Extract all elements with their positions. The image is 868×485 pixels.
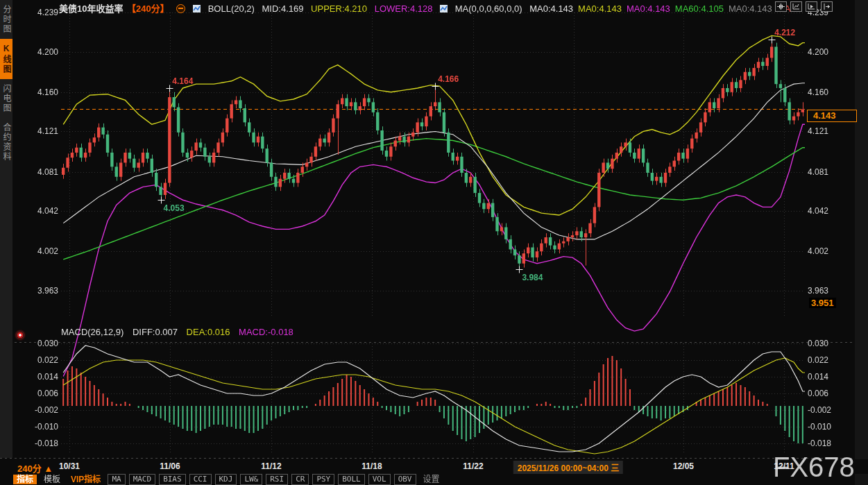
indicator-tab-OBV[interactable]: OBV <box>394 474 416 485</box>
main-y-label: 4.042 <box>808 206 828 216</box>
x-axis-label: 10/31 <box>59 461 80 471</box>
indicator-tab-RSI[interactable]: RSI <box>266 474 288 485</box>
indicator-tab-PSY[interactable]: PSY <box>312 474 334 485</box>
main-y-label: 4.081 <box>28 167 58 177</box>
sidebar: 分时图K线图闪电图合约资料 <box>0 0 12 458</box>
ma-group-label: MA(0,0,0,60,0,0) <box>455 3 522 14</box>
xaxis-row: 240分 ▲ 2025/11/26 00:00~04:00 三 10/3111/… <box>0 459 868 474</box>
main-y-label: 3.963 <box>808 286 828 296</box>
indicator-toolbar: 指标模板VIP指标MAMACDBIASCCIKDJLW&RSICRPSYBOLL… <box>13 474 443 485</box>
watermark: FX678 <box>773 452 855 483</box>
boll-label: BOLL(20,2) <box>208 3 255 14</box>
sidebar-item-K线图[interactable]: K线图 <box>0 39 12 79</box>
low-price-tag: 3.951 <box>809 298 836 308</box>
ma-settings-icon[interactable] <box>440 4 448 15</box>
macd-y-label: -0.002 <box>808 405 831 415</box>
macd-y-label: 0.030 <box>808 339 828 348</box>
x-axis-label: 11/06 <box>160 461 180 471</box>
macd-diff-value: DIFF:0.007 <box>133 327 178 337</box>
macd-y-label: -0.010 <box>28 422 58 432</box>
right-scale-icon[interactable] <box>806 1 817 12</box>
crosshair-icon[interactable] <box>775 1 787 12</box>
main-y-label: 4.121 <box>28 126 58 136</box>
left-scale-icon[interactable] <box>790 1 802 12</box>
main-y-label: 4.081 <box>808 167 828 177</box>
macd-y-label: -0.010 <box>808 422 831 432</box>
macd-y-label: 0.006 <box>28 389 58 398</box>
boll-upper-value: UPPER:4.210 <box>311 3 367 14</box>
main-y-label: 4.200 <box>808 47 828 57</box>
macd-y-label: 0.030 <box>28 339 58 348</box>
pane-arrow-icon[interactable] <box>821 1 833 12</box>
indicator-tab-设置[interactable]: 设置 <box>420 475 443 484</box>
indicator-tab-CCI[interactable]: CCI <box>189 474 212 485</box>
sidebar-item-分时图[interactable]: 分时图 <box>0 0 12 39</box>
main-y-label: 4.160 <box>808 87 828 97</box>
macd-macd-value: MACD:-0.018 <box>239 327 293 337</box>
macd-y-label: -0.018 <box>28 439 58 448</box>
price-annotation: 4.164 <box>172 76 193 86</box>
boll-mid-value: MID:4.169 <box>262 3 304 14</box>
main-y-label: 4.239 <box>28 8 58 17</box>
last-price-tag: 4.143 <box>807 110 857 122</box>
price-annotation: 4.212 <box>774 28 795 37</box>
macd-y-label: 0.014 <box>808 372 828 382</box>
price-annotation: 3.984 <box>522 273 543 282</box>
x-axis-label: 12/05 <box>673 461 694 471</box>
indicator-tab-BOLL[interactable]: BOLL <box>338 474 365 485</box>
indicator-tab-LW&[interactable]: LW& <box>240 474 262 485</box>
sidebar-item-合约资料[interactable]: 合约资料 <box>0 118 12 167</box>
chart-tool-icons <box>775 1 833 12</box>
x-axis-label: 11/22 <box>463 461 483 471</box>
indicator-tab-VOL[interactable]: VOL <box>368 474 391 485</box>
main-y-label: 4.160 <box>28 87 58 97</box>
macd-header: MACD(26,12,9) DIFF:0.007 DEA:0.016 MACD:… <box>61 327 300 337</box>
ma-values: MA0:4.143MA0:4.143MA0:4.143MA60:4.105MA0… <box>529 3 795 14</box>
period-label: 【240分】 <box>127 3 169 14</box>
x-axis-label: 11/18 <box>361 461 382 471</box>
macd-y-label: 0.014 <box>28 372 58 382</box>
ma-value: MA60:4.105 <box>675 3 724 14</box>
period-selector[interactable]: 240分 ▲ <box>17 461 53 475</box>
main-y-label: 4.002 <box>808 246 828 256</box>
indicator-tab-KDJ[interactable]: KDJ <box>215 474 237 485</box>
selected-bar-time-label: 2025/11/26 00:00~04:00 三 <box>513 461 623 474</box>
indicator-tab-模板[interactable]: 模板 <box>40 475 64 484</box>
boll-lower-value: LOWER:4.128 <box>375 3 433 14</box>
price-annotation: 4.053 <box>164 203 185 213</box>
ma-value: MA0:4.143 <box>578 3 622 14</box>
main-y-label: 4.042 <box>28 206 58 216</box>
main-y-label: 4.002 <box>28 246 58 256</box>
macd-y-label: 0.006 <box>808 389 828 398</box>
boll-settings-icon[interactable] <box>193 4 201 15</box>
alert-ray-icon <box>17 332 24 339</box>
macd-y-label: -0.002 <box>28 405 58 415</box>
macd-title: MACD(26,12,9) <box>61 327 124 337</box>
right-edge-strip <box>855 0 868 485</box>
price-chart-canvas[interactable] <box>0 0 868 485</box>
ma-value: MA0:4.143 <box>627 3 670 14</box>
macd-y-label: 0.022 <box>28 355 58 365</box>
main-y-label: 4.121 <box>808 126 828 136</box>
main-y-label: 4.200 <box>28 47 58 57</box>
price-annotation: 4.166 <box>438 74 459 84</box>
indicator-header: 美债10年收益率 【240分】 BOLL(20,2) MID:4.169 UPP… <box>59 1 800 12</box>
indicator-tab-指标[interactable]: 指标 <box>13 475 37 484</box>
indicator-tab-VIP指标[interactable]: VIP指标 <box>67 475 104 484</box>
instrument-title: 美债10年收益率 <box>59 3 123 14</box>
trading-app-window: 分时图K线图闪电图合约资料 美债10年收益率 【240分】 BOLL(20,2)… <box>0 0 868 485</box>
ma-value: MA0:4.143 <box>529 3 573 14</box>
indicator-tab-MACD[interactable]: MACD <box>129 474 156 485</box>
indicator-tab-BIAS[interactable]: BIAS <box>159 474 186 485</box>
indicator-tab-MA[interactable]: MA <box>108 474 125 485</box>
macd-dea-value: DEA:0.016 <box>187 327 230 337</box>
ma-value: MA0:4.143 <box>729 3 772 14</box>
x-axis-label: 11/12 <box>261 461 281 471</box>
macd-y-label: -0.018 <box>808 439 831 448</box>
main-y-label: 3.963 <box>28 286 58 296</box>
sidebar-item-闪电图[interactable]: 闪电图 <box>0 79 12 118</box>
indicator-tab-CR[interactable]: CR <box>291 474 309 485</box>
macd-y-label: 0.022 <box>808 355 828 365</box>
